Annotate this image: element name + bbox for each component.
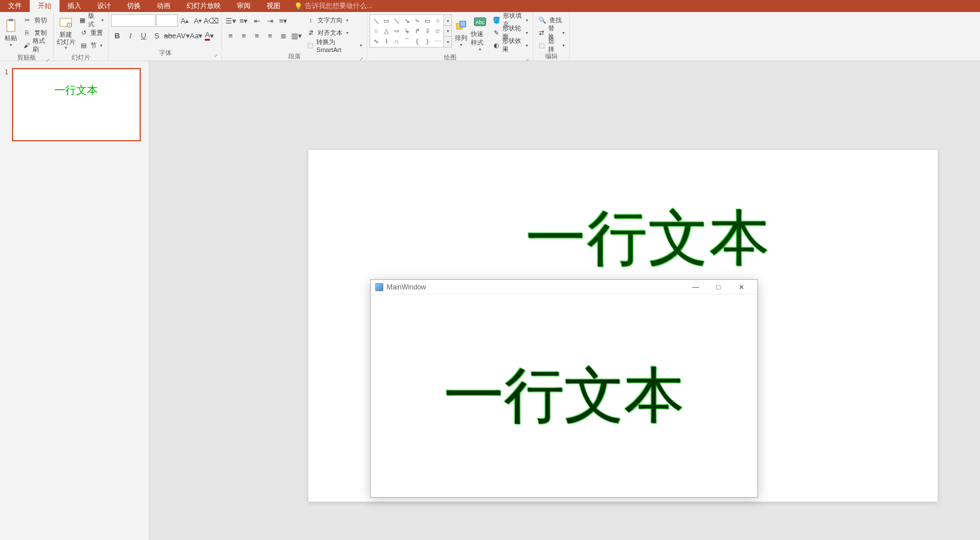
slide-thumb-1[interactable]: 1 一行文本 — [5, 68, 144, 141]
align-left-button[interactable]: ≡ — [224, 29, 237, 42]
gallery-more-icon[interactable]: ▾ — [444, 37, 451, 47]
popup-text: 一行文本 — [444, 356, 684, 436]
align-text-icon: ⇵ — [306, 28, 315, 37]
maximize-button[interactable]: □ — [707, 280, 730, 294]
align-center-button[interactable]: ≡ — [237, 29, 250, 42]
thumb-text: 一行文本 — [54, 83, 98, 98]
format-painter-button[interactable]: 🖌 格式刷 — [21, 39, 51, 51]
scissors-icon: ✂ — [23, 15, 32, 25]
strike-button[interactable]: abc — [164, 29, 176, 42]
layout-button[interactable]: ▦ 版式▾ — [77, 14, 106, 26]
change-case-button[interactable]: Aa▾ — [190, 29, 203, 42]
paste-button[interactable]: 粘贴 ▾ — [2, 14, 19, 52]
shape-arrow-icon[interactable]: ↘ — [402, 16, 411, 25]
fill-icon: 🪣 — [493, 15, 501, 25]
columns-button[interactable]: ▥▾ — [290, 29, 303, 42]
font-family-combo[interactable] — [111, 14, 156, 27]
shape-line-icon[interactable]: ＼ — [371, 16, 380, 25]
shape-curve3-icon[interactable]: ⌒ — [402, 37, 411, 46]
distribute-button[interactable]: ≣ — [277, 29, 289, 42]
popup-titlebar[interactable]: MainWindow — □ ✕ — [371, 280, 757, 295]
bullets-button[interactable]: ☰▾ — [224, 14, 237, 27]
shape-rect-icon[interactable]: ▭ — [382, 16, 391, 25]
clipboard-launcher-icon[interactable]: ⤢ — [46, 58, 50, 63]
section-button[interactable]: ▤ 节▾ — [77, 39, 106, 51]
shadow-button[interactable]: S — [150, 29, 163, 42]
text-direction-button[interactable]: ↕ 文字方向▾ — [304, 14, 364, 26]
shape-darrow-icon[interactable]: ⇩ — [423, 26, 432, 35]
underline-button[interactable]: U — [137, 29, 150, 42]
tab-transitions[interactable]: 切换 — [119, 0, 149, 12]
tab-review[interactable]: 审阅 — [229, 0, 259, 12]
char-spacing-button[interactable]: AV▾ — [177, 29, 189, 42]
select-icon: ⬚ — [538, 41, 546, 50]
tell-me-box[interactable]: 💡 告诉我您想要做什么... — [294, 1, 372, 11]
title-bar: 文件 开始 插入 设计 切换 动画 幻灯片放映 审阅 视图 💡 告诉我您想要做什… — [0, 0, 980, 12]
close-button[interactable]: ✕ — [730, 280, 753, 294]
line-spacing-button[interactable]: ≡▾ — [277, 14, 289, 27]
increase-indent-button[interactable]: ⇥ — [264, 14, 276, 27]
shape-line2-icon[interactable]: ＼ — [392, 16, 401, 25]
tab-design[interactable]: 设计 — [89, 0, 119, 12]
effects-icon: ◐ — [493, 41, 500, 50]
decrease-font-button[interactable]: A▾ — [192, 14, 204, 27]
shape-connector-icon[interactable]: ⤷ — [412, 16, 422, 25]
tab-slideshow[interactable]: 幻灯片放映 — [178, 0, 229, 12]
increase-font-button[interactable]: A▴ — [178, 14, 191, 27]
tell-me-placeholder: 告诉我您想要做什么... — [305, 1, 372, 11]
bold-button[interactable]: B — [111, 29, 124, 42]
justify-button[interactable]: ≡ — [264, 29, 276, 42]
gallery-up-icon[interactable]: ▴ — [444, 15, 451, 26]
new-slide-button[interactable]: + 新建 幻灯片 ▾ — [56, 14, 76, 52]
tab-insert[interactable]: 插入 — [59, 0, 89, 12]
slide-thumbnails-panel[interactable]: 1 一行文本 — [0, 61, 149, 540]
popup-app-icon — [375, 283, 383, 291]
shape-freeform-icon[interactable]: ⌇ — [382, 37, 391, 46]
italic-button[interactable]: I — [124, 29, 137, 42]
quick-styles-button[interactable]: Abc 快速样式▾ — [471, 14, 489, 52]
popup-window[interactable]: MainWindow — □ ✕ 一行文本 — [370, 279, 758, 498]
tab-view[interactable]: 视图 — [259, 0, 288, 12]
paste-icon — [4, 19, 18, 33]
shapes-gallery[interactable]: ＼ ▭ ＼ ↘ ⤷ ▭ ○ ○ △ ⇨ ↳ ↱ ⇩ ☆ ∿ ⌇ ∩ — [370, 14, 444, 47]
shape-brace2-icon[interactable]: } — [423, 37, 432, 46]
shape-effects-button[interactable]: ◐ 形状效果▾ — [490, 39, 530, 51]
slide-canvas[interactable]: 一行文本 MainWindow — □ ✕ 一行文本 — [308, 150, 938, 502]
cut-button[interactable]: ✂ 剪切 — [21, 14, 51, 26]
shape-oval2-icon[interactable]: ○ — [433, 16, 442, 25]
shape-star-icon[interactable]: ☆ — [433, 26, 442, 35]
align-right-button[interactable]: ≡ — [251, 29, 263, 42]
shape-brace-icon[interactable]: { — [412, 37, 422, 46]
clear-format-button[interactable]: A⌫ — [205, 14, 217, 27]
smartart-icon: ⬚ — [306, 41, 314, 50]
font-color-button[interactable]: A▾ — [203, 29, 216, 42]
shape-rect2-icon[interactable]: ▭ — [423, 16, 432, 25]
canvas-text[interactable]: 一行文本 — [526, 198, 771, 279]
shape-elbow-icon[interactable]: ↳ — [402, 26, 411, 35]
tab-home[interactable]: 开始 — [30, 0, 59, 12]
tab-animations[interactable]: 动画 — [149, 0, 178, 12]
shape-curve2-icon[interactable]: ∩ — [392, 37, 401, 46]
shape-more-icon[interactable]: ⋯ — [433, 37, 442, 46]
minimize-button[interactable]: — — [684, 280, 707, 294]
slide-thumbnail[interactable]: 一行文本 — [12, 68, 141, 141]
shape-triangle-icon[interactable]: △ — [382, 26, 391, 35]
slide-editor[interactable]: 一行文本 MainWindow — □ ✕ 一行文本 — [149, 61, 980, 540]
decrease-indent-button[interactable]: ⇤ — [251, 14, 263, 27]
numbering-button[interactable]: ≡▾ — [237, 14, 250, 27]
reset-button[interactable]: ↺ 重置 — [77, 27, 106, 38]
shape-curve-icon[interactable]: ∿ — [371, 37, 380, 46]
gallery-down-icon[interactable]: ▾ — [444, 26, 451, 37]
arrange-button[interactable]: 排列▾ — [453, 14, 470, 52]
tab-file[interactable]: 文件 — [0, 0, 30, 12]
shape-rarrow-icon[interactable]: ⇨ — [392, 26, 401, 35]
select-button[interactable]: ⬚ 选择▾ — [535, 39, 567, 51]
reset-icon: ↺ — [79, 28, 88, 37]
font-launcher-icon[interactable]: ⤢ — [214, 53, 218, 58]
shape-oval-icon[interactable]: ○ — [371, 26, 380, 35]
smartart-button[interactable]: ⬚ 转换为 SmartArt▾ — [304, 39, 364, 51]
shape-elbow2-icon[interactable]: ↱ — [412, 26, 422, 35]
align-text-button[interactable]: ⇵ 对齐文本▾ — [304, 27, 364, 38]
shapes-gallery-scroll: ▴ ▾ ▾ — [444, 14, 452, 47]
font-size-combo[interactable] — [156, 14, 178, 27]
